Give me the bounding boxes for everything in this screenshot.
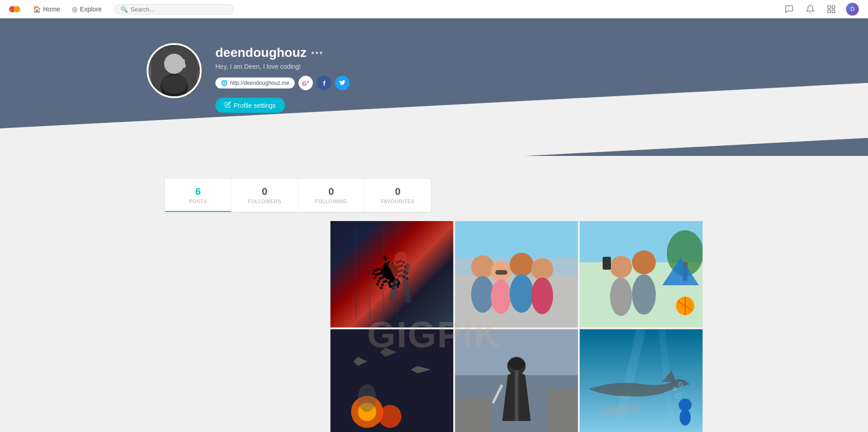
posts-section: [0, 212, 868, 432]
svg-point-26: [531, 258, 553, 280]
search-bar: 🔍: [115, 4, 234, 15]
profile-info: deendoughouz ••• Hey, I am Deen, I love …: [215, 43, 350, 113]
home-icon: 🏠: [33, 6, 41, 13]
post-thumb-1[interactable]: [330, 221, 453, 327]
svg-point-48: [379, 405, 401, 428]
profile-username: deendoughouz: [215, 45, 307, 60]
post-image-selfie2: [580, 221, 703, 327]
svg-point-52: [358, 384, 376, 412]
posts-count: 6: [170, 186, 226, 198]
svg-rect-31: [495, 270, 507, 275]
svg-rect-17: [402, 278, 412, 304]
nav-links: 🏠 Home ◎ Explore: [29, 4, 105, 15]
profile-settings-label: Profile settings: [234, 102, 276, 109]
stats-section: 6 POSTS 0 FOLLOWERS 0 FOLLOWING 0 FAVOUR…: [165, 179, 431, 212]
profile-settings-button[interactable]: Profile settings: [215, 98, 285, 113]
google-social-button[interactable]: G+: [298, 76, 313, 90]
svg-rect-56: [515, 371, 518, 421]
messages-icon-button[interactable]: [783, 3, 796, 16]
followers-count: 0: [236, 186, 293, 198]
svg-point-42: [610, 277, 632, 316]
post-image-underwater: [580, 329, 703, 432]
post-image-spiderman: [330, 221, 453, 327]
navbar: 🏠 Home ◎ Explore 🔍: [0, 0, 868, 18]
post-image-action2: [455, 329, 578, 432]
followers-label: FOLLOWERS: [236, 199, 293, 204]
favourites-label: FAVOURITES: [369, 199, 426, 204]
post-thumb-6[interactable]: [580, 329, 703, 432]
notifications-icon-button[interactable]: [804, 3, 817, 16]
svg-point-41: [632, 250, 656, 274]
svg-rect-1: [832, 6, 835, 9]
post-thumb-3[interactable]: [580, 221, 703, 327]
explore-icon: ◎: [72, 6, 77, 13]
explore-label: Explore: [80, 6, 101, 13]
navbar-right: D: [783, 3, 859, 16]
home-label: Home: [43, 6, 60, 13]
profile-content: deendoughouz ••• Hey, I am Deen, I love …: [147, 43, 350, 113]
svg-rect-10: [355, 228, 357, 320]
svg-point-7: [161, 75, 187, 94]
post-thumb-4[interactable]: [330, 329, 453, 432]
search-icon: 🔍: [121, 6, 128, 13]
following-stat[interactable]: 0 FOLLOWING: [298, 179, 365, 212]
logo[interactable]: [9, 6, 20, 12]
explore-link[interactable]: ◎ Explore: [68, 4, 105, 15]
profile-avatar-image: [148, 45, 200, 96]
bg-decor-inbox: [628, 73, 651, 102]
twitter-social-button[interactable]: [335, 76, 350, 90]
profile-header: deendoughouz ••• Hey, I am Deen, I love …: [0, 18, 868, 156]
post-image-selfie1: [455, 221, 578, 327]
user-avatar-button[interactable]: D: [846, 3, 859, 16]
profile-avatar: [147, 43, 202, 98]
favourites-count: 0: [369, 186, 426, 198]
svg-point-25: [510, 253, 533, 277]
posts-grid: [330, 221, 703, 432]
svg-rect-57: [455, 398, 492, 432]
svg-rect-2: [832, 10, 835, 13]
twitter-icon-text: [339, 79, 346, 87]
svg-rect-3: [828, 10, 831, 13]
bg-decor-bell: [696, 109, 712, 128]
svg-point-63: [680, 409, 691, 426]
profile-links-row: 🌐 http://deendoughouz.me G+ f: [215, 76, 350, 90]
post-thumb-5[interactable]: [455, 329, 578, 432]
posts-stat[interactable]: 6 POSTS: [165, 179, 231, 212]
followers-stat[interactable]: 0 FOLLOWERS: [231, 179, 298, 212]
svg-rect-68: [619, 396, 632, 398]
svg-rect-9: [182, 59, 185, 65]
svg-point-43: [632, 274, 656, 315]
facebook-icon-text: f: [323, 79, 325, 87]
svg-point-23: [471, 255, 494, 278]
svg-point-15: [395, 252, 407, 265]
user-avatar-initials: D: [851, 6, 855, 12]
svg-point-30: [531, 277, 553, 314]
svg-point-40: [610, 256, 632, 278]
profile-name-row: deendoughouz •••: [215, 45, 350, 60]
search-input[interactable]: [131, 6, 228, 13]
globe-icon: 🌐: [221, 80, 228, 86]
following-label: FOLLOWING: [303, 199, 360, 204]
profile-website-link[interactable]: 🌐 http://deendoughouz.me: [215, 78, 295, 89]
following-count: 0: [303, 186, 360, 198]
pencil-icon: [225, 101, 231, 109]
svg-rect-44: [603, 257, 611, 270]
facebook-social-button[interactable]: f: [317, 76, 331, 90]
profile-more-button[interactable]: •••: [311, 48, 324, 58]
svg-rect-0: [828, 6, 831, 9]
favourites-stat[interactable]: 0 FAVOURITES: [365, 179, 431, 212]
logo-right: [14, 6, 20, 12]
home-link[interactable]: 🏠 Home: [29, 4, 64, 15]
main-area: GIGPIK 6 POSTS 0 FOLLOWERS 0 FOLLOWING 0…: [0, 156, 868, 432]
svg-rect-58: [547, 389, 578, 432]
posts-label: POSTS: [170, 199, 226, 204]
website-url-text: http://deendoughouz.me: [230, 80, 289, 86]
svg-rect-11: [369, 228, 370, 320]
post-image-action1: [330, 329, 453, 432]
svg-point-27: [471, 276, 494, 313]
google-icon-text: G+: [302, 79, 309, 87]
svg-point-29: [510, 274, 533, 313]
svg-point-28: [491, 279, 511, 314]
grid-icon-button[interactable]: [825, 3, 838, 16]
post-thumb-2[interactable]: [455, 221, 578, 327]
